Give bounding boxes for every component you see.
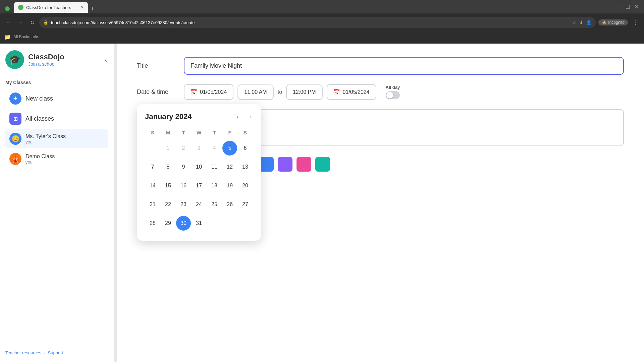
window-controls: ─ □ ✕ — [615, 3, 641, 10]
calendar-day[interactable]: 1 — [161, 141, 175, 156]
title-input[interactable] — [184, 57, 624, 75]
calendar-day[interactable]: 30 — [176, 216, 191, 231]
toggle-knob — [386, 92, 393, 99]
calendar-nav: ← → — [235, 113, 253, 121]
support-link[interactable]: Support — [48, 350, 63, 355]
bookmark-star-icon[interactable]: ☆ — [572, 20, 577, 25]
calendar-day[interactable]: 20 — [238, 178, 253, 193]
sidebar-divider — [114, 44, 117, 362]
day-header-fri: F — [222, 128, 237, 139]
calendar-day[interactable]: 6 — [238, 141, 253, 156]
calendar-prev-button[interactable]: ← — [235, 113, 242, 121]
calendar-day[interactable]: 18 — [207, 178, 222, 193]
calendar-cell — [237, 214, 253, 233]
tab-close-button[interactable]: ✕ — [80, 5, 84, 10]
calendar-cell: 19 — [222, 176, 237, 195]
calendar-day[interactable]: 17 — [192, 178, 206, 193]
calendar-day[interactable]: 27 — [238, 197, 253, 212]
calendar-day[interactable]: 16 — [176, 178, 191, 193]
calendar-day[interactable]: 13 — [238, 160, 253, 174]
profile-icon[interactable]: 👤 — [586, 20, 592, 25]
forward-button[interactable]: → — [16, 18, 25, 27]
reload-button[interactable]: ↻ — [28, 18, 37, 27]
end-date-button[interactable]: 📅 01/05/2024 — [327, 84, 376, 100]
calendar-day[interactable]: 14 — [145, 178, 160, 193]
calendar-cell: 6 — [237, 139, 253, 158]
calendar-day[interactable]: 7 — [145, 160, 160, 174]
class-item-demo[interactable]: 🎪 Demo Class you — [5, 149, 108, 168]
close-window-button[interactable]: ✕ — [633, 3, 641, 10]
calendar-day[interactable]: 5 — [222, 141, 237, 156]
browser-titlebar: ClassDojo for Teachers ✕ + ─ □ ✕ — [0, 0, 644, 13]
all-classes-button[interactable]: ⊞ All classes — [5, 109, 108, 128]
calendar-cell: 27 — [237, 195, 253, 214]
back-button[interactable]: ← — [4, 18, 13, 27]
calendar-day[interactable]: 24 — [192, 197, 206, 212]
theme-swatch-blue[interactable] — [259, 157, 274, 172]
new-class-button[interactable]: + New class — [5, 89, 108, 108]
day-header-sat: S — [237, 128, 253, 139]
calendar-cell: 4 — [207, 139, 222, 158]
calendar-day[interactable]: 2 — [176, 141, 191, 156]
download-icon[interactable]: ⬇ — [579, 20, 583, 25]
calendar-day[interactable]: 19 — [222, 178, 237, 193]
bookmarks-label: All Bookmarks — [13, 35, 39, 39]
calendar-day[interactable]: 4 — [207, 141, 222, 156]
calendar-day[interactable]: 23 — [176, 197, 191, 212]
sidebar-header: 🎓 ClassDojo Join a school ‹ — [5, 50, 108, 69]
date-time-controls: 📅 01/05/2024 11:00 AM to 12:00 PM 📅 01/0… — [184, 84, 400, 100]
calendar-cell: 20 — [237, 176, 253, 195]
calendar-day[interactable]: 25 — [207, 197, 222, 212]
calendar-day[interactable]: 3 — [192, 141, 206, 156]
address-bar-row: ← → ↻ 🔒 teach.classdojo.com/#/classes/65… — [0, 13, 644, 32]
start-date-button[interactable]: 📅 01/05/2024 — [184, 84, 233, 100]
calendar-day[interactable]: 21 — [145, 197, 160, 212]
calendar-cell: 29 — [160, 214, 176, 233]
calendar-next-button[interactable]: → — [246, 113, 253, 121]
allday-toggle[interactable] — [386, 91, 400, 99]
calendar-week-row: 14151617181920 — [145, 176, 253, 195]
new-tab-button[interactable]: + — [88, 6, 97, 13]
calendar-day[interactable]: 28 — [145, 216, 160, 231]
theme-swatch-pink[interactable] — [297, 157, 311, 172]
app-container: 🎓 ClassDojo Join a school ‹ My Classes +… — [0, 44, 644, 362]
calendar-day[interactable]: 12 — [222, 160, 237, 174]
sidebar-collapse-button[interactable]: ‹ — [103, 55, 108, 65]
all-classes-icon: ⊞ — [9, 113, 21, 125]
calendar-cell: 24 — [191, 195, 207, 214]
calendar-day[interactable]: 11 — [207, 160, 222, 174]
address-bar[interactable]: 🔒 teach.classdojo.com/#/classes/65974c81… — [39, 17, 596, 28]
maximize-button[interactable]: □ — [625, 3, 631, 10]
menu-button[interactable]: ⋮ — [631, 18, 640, 27]
join-school-link[interactable]: Join a school — [28, 61, 64, 67]
class-name-ms-tyler: Ms. Tyler's Class — [25, 133, 66, 139]
calendar-day[interactable]: 22 — [161, 197, 175, 212]
calendar-day[interactable]: 31 — [192, 216, 206, 231]
day-header-thu: T — [207, 128, 222, 139]
calendar-day[interactable]: 26 — [222, 197, 237, 212]
end-time-button[interactable]: 12:00 PM — [286, 84, 322, 100]
theme-swatch-teal[interactable] — [315, 157, 330, 172]
allday-section: All day — [386, 85, 400, 99]
class-role-ms-tyler: you — [25, 139, 66, 144]
calendar-day[interactable]: 15 — [161, 178, 175, 193]
day-header-wed: W — [191, 128, 207, 139]
class-item-ms-tyler[interactable]: 😊 Ms. Tyler's Class you — [5, 129, 108, 148]
theme-swatch-purple[interactable] — [278, 157, 292, 172]
active-tab[interactable]: ClassDojo for Teachers ✕ — [14, 2, 88, 13]
calendar-day[interactable]: 10 — [192, 160, 206, 174]
tab-favicon — [18, 5, 23, 10]
end-date-value: 01/05/2024 — [343, 89, 370, 95]
start-time-button[interactable]: 11:00 AM — [237, 84, 274, 100]
teacher-resources-link[interactable]: Teacher resources — [5, 350, 41, 355]
main-content: Title Date & time 📅 01/05/2024 11:00 AM … — [117, 44, 644, 362]
minimize-button[interactable]: ─ — [615, 3, 623, 10]
app-name: ClassDojo — [28, 53, 64, 61]
to-label: to — [278, 89, 282, 95]
bookmarks-folder-icon: 📁 — [4, 34, 11, 40]
calendar-day[interactable]: 9 — [176, 160, 191, 174]
calendar-day[interactable]: 29 — [161, 216, 175, 231]
day-header-sun: S — [145, 128, 160, 139]
calendar-day[interactable]: 8 — [161, 160, 175, 174]
date-time-label: Date & time — [137, 88, 177, 96]
